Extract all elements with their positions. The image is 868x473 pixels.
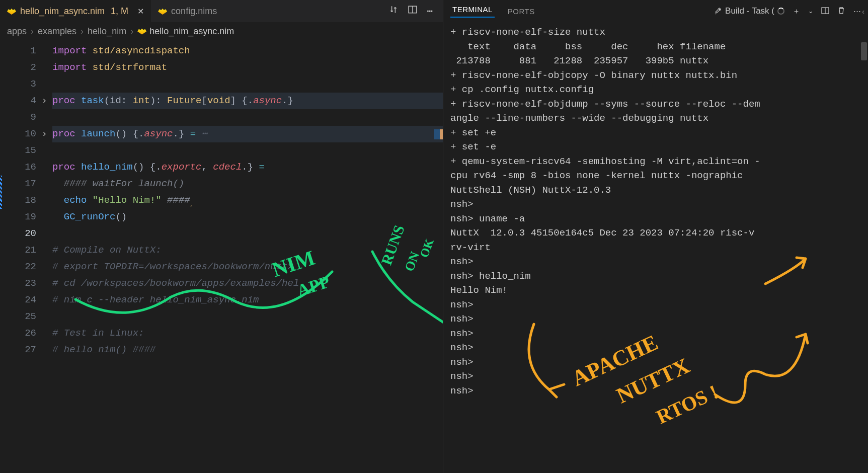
code-line: GC_runOrc() xyxy=(52,209,443,225)
nim-file-icon xyxy=(158,7,167,16)
code-line xyxy=(52,225,443,242)
chevron-right-icon: › xyxy=(130,26,133,37)
line-number: 27 xyxy=(0,342,41,358)
code-line: echo "Hello Nim!" ####˰ xyxy=(52,192,443,209)
terminal-line: nsh> xyxy=(450,197,861,212)
code-content[interactable]: import std/asyncdispatch import std/strf… xyxy=(41,41,443,473)
terminal-line: nsh> xyxy=(450,341,861,355)
code-line: import std/asyncdispatch xyxy=(52,43,443,59)
new-terminal-icon[interactable]: ＋ xyxy=(793,7,800,16)
terminal-line: nsh> xyxy=(450,327,861,341)
line-number: 2 xyxy=(0,59,41,76)
code-line-folded[interactable]: proc launch() {.async.} = ⋯ xyxy=(52,126,443,142)
line-number: 16 xyxy=(0,159,41,176)
code-line xyxy=(52,308,443,325)
terminal-line: text data bss dec hex filename xyxy=(450,40,861,54)
breadcrumb-segment[interactable]: hello_nim xyxy=(88,26,126,37)
terminal-header: TERMINAL PORTS Build - Task ( ＋ ⌄ ⋯ ‹ xyxy=(443,0,868,22)
terminal-tab[interactable]: TERMINAL xyxy=(450,5,495,18)
line-number: 25 xyxy=(0,308,41,325)
collapse-icon[interactable]: ‹ xyxy=(862,7,867,14)
nim-file-icon xyxy=(7,7,16,16)
scrollbar-thumb[interactable] xyxy=(861,42,867,60)
terminal-line: + riscv-none-elf-objdump --syms --source… xyxy=(450,97,861,112)
breadcrumb-segment[interactable]: apps xyxy=(7,26,27,37)
terminal-line: cpu rv64 -smp 8 -bios none -kernel nuttx… xyxy=(450,169,861,183)
code-line: import std/strformat xyxy=(52,59,443,76)
gutter: 1 2 3 4 9 10 15 16 17 18 19 20 21 22 23 … xyxy=(0,41,41,473)
spinner-icon xyxy=(777,8,784,15)
line-number: 26 xyxy=(0,325,41,342)
terminal-actions: Build - Task ( ＋ ⌄ ⋯ xyxy=(714,6,861,16)
terminal-line: + cp .config nuttx.config xyxy=(450,83,861,97)
more-icon[interactable]: ⋯ xyxy=(427,5,433,17)
terminal-line: + set -e xyxy=(450,140,861,154)
line-number: 19 xyxy=(0,209,41,225)
code-line: # export TOPDIR=/workspaces/bookworm/nut… xyxy=(52,259,443,275)
code-line: #### waitFor launch() xyxy=(52,176,443,192)
nim-file-icon xyxy=(137,29,146,35)
task-label: Build - Task ( xyxy=(725,6,774,16)
breadcrumb-file[interactable]: hello_nim_async.nim xyxy=(137,26,234,37)
tab-active[interactable]: hello_nim_async.nim 1, M ✕ xyxy=(0,0,151,22)
terminal-line: angle --line-numbers --wide --debugging … xyxy=(450,111,861,126)
compare-icon[interactable] xyxy=(389,5,398,17)
code-line: # nim c --header hello_nim_async.nim xyxy=(52,292,443,308)
code-line xyxy=(52,109,443,126)
terminal-line: + qemu-system-riscv64 -semihosting -M vi… xyxy=(450,154,861,169)
tabbar-actions: ⋯ xyxy=(383,5,439,17)
tab-bar: hello_nim_async.nim 1, M ✕ config.nims ⋯ xyxy=(0,0,443,22)
tab-filename: config.nims xyxy=(171,6,217,17)
breadcrumb-filename: hello_nim_async.nim xyxy=(149,26,234,37)
terminal-line: nsh> xyxy=(450,255,861,269)
ports-tab[interactable]: PORTS xyxy=(506,7,537,16)
split-icon[interactable] xyxy=(408,5,417,17)
line-number: 21 xyxy=(0,242,41,259)
line-number: 17 xyxy=(0,176,41,192)
terminal-line: nsh> xyxy=(450,298,861,312)
breadcrumb-segment[interactable]: examples xyxy=(38,26,76,37)
line-number: 15 xyxy=(0,142,41,159)
terminal-line: NuttShell (NSH) NuttX-12.0.3 xyxy=(450,183,861,198)
task-indicator[interactable]: Build - Task ( xyxy=(714,6,784,16)
terminal-line: nsh> xyxy=(450,369,861,384)
terminal-line: nsh> xyxy=(450,355,861,370)
tab-filename: hello_nim_async.nim xyxy=(20,6,105,17)
trash-icon[interactable] xyxy=(837,7,845,16)
tab-badge: 1, M xyxy=(111,6,128,17)
code-line: # Compile on NuttX: xyxy=(52,242,443,259)
terminal-line: nsh> xyxy=(450,384,861,399)
code-line: proc hello_nim() {.exportc, cdecl.} = xyxy=(52,159,443,176)
split-panel-icon[interactable] xyxy=(821,7,829,16)
close-icon[interactable]: ✕ xyxy=(137,7,144,16)
minimap-warning-indicator xyxy=(440,129,443,139)
tab-inactive[interactable]: config.nims xyxy=(151,0,224,22)
line-number: 3 xyxy=(0,76,41,93)
terminal-line: + riscv-none-elf-size nuttx xyxy=(450,25,861,40)
chevron-down-icon[interactable]: ⌄ xyxy=(808,8,813,15)
code-line: # Test in Linux: xyxy=(52,325,443,342)
terminal-line: nsh> uname -a xyxy=(450,212,861,226)
line-number: 24 xyxy=(0,292,41,308)
terminal-line: 213788 881 21288 235957 399b5 nuttx xyxy=(450,54,861,68)
code-line: # hello_nim() #### xyxy=(52,342,443,358)
chevron-right-icon: › xyxy=(81,26,84,37)
terminal-line: + riscv-none-elf-objcopy -O binary nuttx… xyxy=(450,68,861,83)
terminal-line: nsh> hello_nim xyxy=(450,269,861,284)
breadcrumbs[interactable]: apps › examples › hello_nim › hello_nim_… xyxy=(0,22,443,41)
code-line xyxy=(52,142,443,159)
code-line: # cd /workspaces/bookworm/apps/examples/… xyxy=(52,275,443,292)
more-icon[interactable]: ⋯ xyxy=(853,7,861,16)
terminal-output[interactable]: + riscv-none-elf-size nuttx text data bs… xyxy=(443,22,868,473)
line-number: 1 xyxy=(0,43,41,59)
line-number: 18 xyxy=(0,192,41,209)
code-area[interactable]: 1 2 3 4 9 10 15 16 17 18 19 20 21 22 23 … xyxy=(0,41,443,473)
terminal-line: + set +e xyxy=(450,126,861,140)
line-number: 9 xyxy=(0,109,41,126)
line-number: 23 xyxy=(0,275,41,292)
tools-icon xyxy=(714,7,722,15)
terminal-line: nsh> xyxy=(450,312,861,327)
code-line-folded[interactable]: proc task(id: int): Future[void] {.async… xyxy=(52,93,443,109)
line-number: 20 xyxy=(0,225,41,242)
terminal-line: Hello Nim! xyxy=(450,283,861,298)
